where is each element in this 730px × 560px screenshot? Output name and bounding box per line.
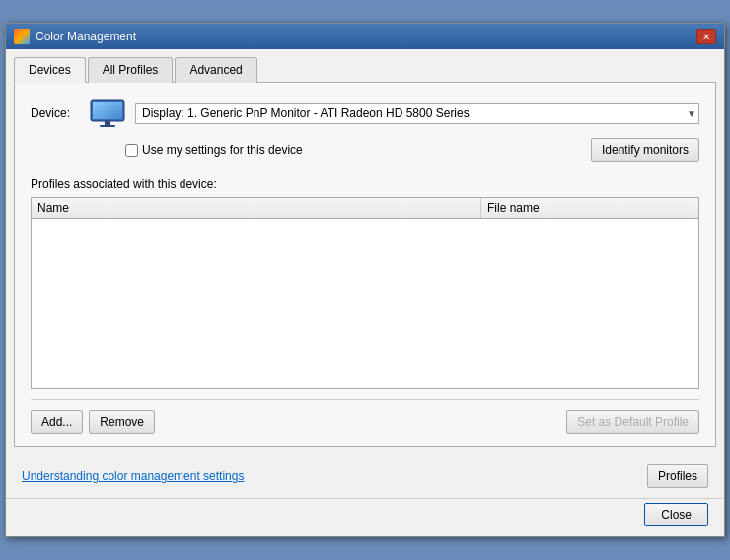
- title-bar-content: Color Management: [14, 29, 136, 44]
- identify-monitors-button[interactable]: Identify monitors: [591, 138, 699, 162]
- close-button[interactable]: Close: [644, 503, 708, 526]
- tab-bar: Devices All Profiles Advanced: [14, 57, 716, 83]
- bottom-buttons: Add... Remove Set as Default Profile: [31, 399, 699, 434]
- app-icon: [14, 29, 30, 44]
- close-window-button[interactable]: ✕: [696, 29, 716, 44]
- use-settings-checkbox[interactable]: [125, 144, 138, 157]
- window-title: Color Management: [36, 30, 136, 43]
- color-management-window: Color Management ✕ Devices All Profiles …: [5, 23, 725, 537]
- use-settings-text: Use my settings for this device: [142, 143, 303, 157]
- use-settings-label[interactable]: Use my settings for this device: [125, 143, 303, 157]
- column-filename: File name: [481, 198, 698, 218]
- bottom-right-buttons: Set as Default Profile: [566, 410, 699, 434]
- table-header: Name File name: [32, 198, 698, 219]
- set-default-button[interactable]: Set as Default Profile: [566, 410, 699, 434]
- device-select-wrapper: Display: 1. Generic PnP Monitor - ATI Ra…: [135, 103, 699, 124]
- profiles-button[interactable]: Profiles: [647, 464, 708, 488]
- profiles-table: Name File name: [31, 197, 699, 389]
- tab-all-profiles[interactable]: All Profiles: [88, 57, 174, 83]
- svg-rect-2: [93, 102, 122, 119]
- add-button[interactable]: Add...: [31, 410, 83, 434]
- device-label: Device:: [31, 106, 80, 120]
- tab-devices[interactable]: Devices: [14, 57, 86, 83]
- footer: Understanding color management settings …: [6, 455, 724, 498]
- window-content: Devices All Profiles Advanced Device:: [6, 49, 724, 455]
- settings-checkbox-row: Use my settings for this device Identify…: [125, 138, 699, 162]
- svg-rect-4: [100, 125, 115, 127]
- bottom-left-buttons: Add... Remove: [31, 410, 155, 434]
- tab-advanced[interactable]: Advanced: [175, 57, 256, 83]
- profiles-heading: Profiles associated with this device:: [31, 177, 699, 191]
- table-body: [32, 219, 698, 384]
- device-dropdown[interactable]: Display: 1. Generic PnP Monitor - ATI Ra…: [135, 103, 699, 124]
- remove-button[interactable]: Remove: [89, 410, 155, 434]
- color-management-link[interactable]: Understanding color management settings: [22, 469, 244, 483]
- svg-rect-3: [105, 121, 110, 125]
- device-row: Device:: [31, 99, 699, 128]
- monitor-icon: [90, 99, 125, 128]
- title-bar: Color Management ✕: [6, 24, 724, 49]
- title-controls: ✕: [696, 29, 716, 44]
- close-row: Close: [6, 498, 724, 536]
- column-name: Name: [32, 198, 481, 218]
- devices-panel: Device:: [14, 83, 716, 447]
